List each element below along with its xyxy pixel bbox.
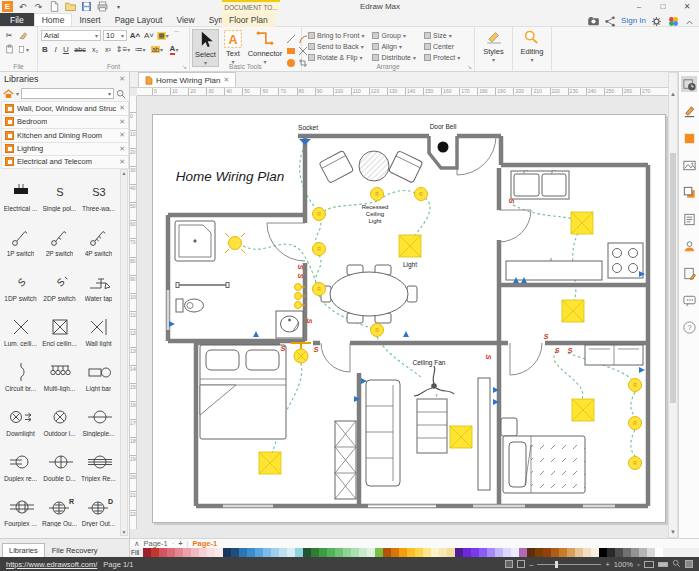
color-swatch[interactable] bbox=[383, 548, 391, 557]
color-swatch[interactable] bbox=[471, 548, 479, 557]
collapse-pages-icon[interactable]: ∧ bbox=[134, 539, 140, 548]
save-icon[interactable] bbox=[80, 1, 93, 13]
paste-icon[interactable] bbox=[3, 44, 15, 55]
zoom-dropdown-icon[interactable]: ▾ bbox=[637, 561, 640, 568]
line-tool-icon[interactable] bbox=[286, 30, 297, 41]
pic-panel-icon[interactable] bbox=[681, 157, 697, 173]
canvas-vertical-scrollbar[interactable]: ▲ ▼ bbox=[668, 72, 678, 538]
minimize-button[interactable]: – bbox=[627, 0, 651, 13]
connector-tool[interactable]: Connector▾ bbox=[246, 29, 284, 65]
color-swatch[interactable] bbox=[543, 548, 551, 557]
library-symbol-downlight[interactable]: Downlight bbox=[1, 394, 40, 439]
arrange-protect[interactable]: Protect▾ bbox=[424, 52, 460, 62]
fit-width-icon[interactable] bbox=[644, 561, 654, 568]
color-swatch[interactable] bbox=[551, 548, 559, 557]
color-swatch[interactable] bbox=[455, 548, 463, 557]
search-icon[interactable] bbox=[116, 85, 126, 103]
color-swatch[interactable] bbox=[407, 548, 415, 557]
color-swatch[interactable] bbox=[647, 548, 655, 557]
color-swatch[interactable] bbox=[215, 548, 223, 557]
color-swatch[interactable] bbox=[479, 548, 487, 557]
library-symbol-multi-ligh[interactable]: Multi-ligh... bbox=[40, 349, 79, 394]
font-dialog-launcher-icon[interactable]: ↘ bbox=[182, 63, 187, 70]
open-folder-icon[interactable] bbox=[64, 1, 77, 13]
color-swatch[interactable] bbox=[399, 548, 407, 557]
pan-window-icon[interactable] bbox=[685, 560, 693, 568]
ceiling-fan[interactable] bbox=[414, 366, 454, 396]
person-panel-icon[interactable] bbox=[681, 238, 697, 254]
font-color-icon[interactable]: A▾ bbox=[167, 44, 181, 55]
color-swatch[interactable] bbox=[295, 548, 303, 557]
snapshot-icon[interactable] bbox=[587, 14, 600, 27]
tab-floor-plan[interactable]: Floor Plan bbox=[222, 13, 275, 27]
color-swatch[interactable] bbox=[287, 548, 295, 557]
add-page-button[interactable]: + bbox=[178, 539, 182, 548]
wall-lights[interactable] bbox=[295, 284, 306, 309]
color-swatch[interactable] bbox=[535, 548, 543, 557]
text-background-icon[interactable]: ab▾ bbox=[150, 44, 164, 55]
color-swatch[interactable] bbox=[191, 548, 199, 557]
bedroom1-furniture[interactable] bbox=[200, 345, 356, 499]
library-home-dropdown[interactable]: ▾ bbox=[16, 90, 19, 97]
living-lower-furniture[interactable] bbox=[366, 378, 517, 490]
addins-brand-icon[interactable] bbox=[667, 14, 680, 27]
color-swatch[interactable] bbox=[311, 548, 319, 557]
library-symbol-lum-ceili[interactable]: Lum. ceili... bbox=[1, 304, 40, 349]
line-spacing-icon[interactable]: ⇕≡▾ bbox=[116, 44, 130, 55]
zoom-out-button[interactable]: – bbox=[529, 560, 533, 569]
color-swatch[interactable] bbox=[263, 548, 271, 557]
new-document-icon[interactable] bbox=[48, 1, 61, 13]
bold-button[interactable]: B bbox=[41, 44, 49, 55]
arrange-distribute[interactable]: Distribute▾ bbox=[372, 52, 416, 62]
sign-in-link[interactable]: Sign In bbox=[621, 16, 646, 25]
library-symbol-water-tap[interactable]: Water tap bbox=[79, 259, 118, 304]
panel-tab-libraries[interactable]: Libraries bbox=[2, 543, 45, 557]
library-symbol-2dp-switch[interactable]: S2DP switch bbox=[40, 259, 79, 304]
dining-set[interactable] bbox=[321, 265, 417, 323]
library-symbol-duplex-re[interactable]: Duplex re... bbox=[1, 439, 40, 484]
panel-tab-file-recovery[interactable]: File Recovery bbox=[46, 544, 104, 557]
color-swatch[interactable] bbox=[239, 548, 247, 557]
library-symbol-wp[interactable]: WP bbox=[1, 529, 40, 536]
color-swatch[interactable] bbox=[199, 548, 207, 557]
library-symbol-plainarc[interactable] bbox=[40, 529, 79, 536]
library-symbol-triplex-re[interactable]: Triplex Re... bbox=[79, 439, 118, 484]
menu-tab-page-layout[interactable]: Page Layout bbox=[108, 13, 170, 26]
settings-gear-icon[interactable] bbox=[650, 14, 663, 27]
color-swatch[interactable] bbox=[567, 548, 575, 557]
shapes-panel-icon[interactable] bbox=[681, 184, 697, 200]
library-symbol-double-d[interactable]: Double D... bbox=[40, 439, 79, 484]
library-scrollbar[interactable]: ▲ ▼ bbox=[120, 169, 128, 536]
color-swatch[interactable] bbox=[247, 548, 255, 557]
color-swatch[interactable] bbox=[623, 548, 631, 557]
color-swatch[interactable] bbox=[151, 548, 159, 557]
paste-special-icon[interactable]: ▾ bbox=[17, 44, 29, 55]
select-tool[interactable]: Select▾ bbox=[192, 29, 219, 67]
color-swatch[interactable] bbox=[359, 548, 367, 557]
zoom-slider[interactable] bbox=[537, 564, 601, 565]
color-swatch[interactable] bbox=[415, 548, 423, 557]
living-room-furniture[interactable] bbox=[319, 150, 423, 183]
pen-panel-icon[interactable] bbox=[681, 103, 697, 119]
library-home-icon[interactable] bbox=[3, 85, 14, 103]
color-swatch[interactable] bbox=[207, 548, 215, 557]
library-category-wall-door-window-and-structure[interactable]: Wall, Door, Window and Structure✕ bbox=[1, 101, 129, 115]
color-swatch[interactable] bbox=[159, 548, 167, 557]
print-icon[interactable] bbox=[96, 1, 109, 13]
door-bell-unit[interactable] bbox=[429, 136, 457, 168]
color-swatch[interactable] bbox=[255, 548, 263, 557]
menu-tab-home[interactable]: Home bbox=[34, 13, 73, 26]
close-button[interactable]: ✕ bbox=[675, 0, 699, 13]
arrange-group[interactable]: Group▾ bbox=[372, 30, 416, 40]
color-swatch[interactable] bbox=[367, 548, 375, 557]
arrange-size[interactable]: Size▾ bbox=[424, 30, 460, 40]
theme-panel-icon[interactable] bbox=[681, 76, 697, 92]
text-tool[interactable]: A Text▾ bbox=[221, 29, 245, 65]
magnifier-icon[interactable] bbox=[672, 559, 681, 570]
arrange-dialog-launcher-icon[interactable]: ↘ bbox=[467, 63, 472, 70]
color-swatch[interactable] bbox=[183, 548, 191, 557]
editing-button[interactable]: Editing▾ bbox=[513, 29, 551, 63]
arrange-bring-to-front[interactable]: Bring to Front▾ bbox=[308, 30, 364, 40]
library-symbol-1dp-switch[interactable]: S1DP switch bbox=[1, 259, 40, 304]
color-swatch[interactable] bbox=[375, 548, 383, 557]
